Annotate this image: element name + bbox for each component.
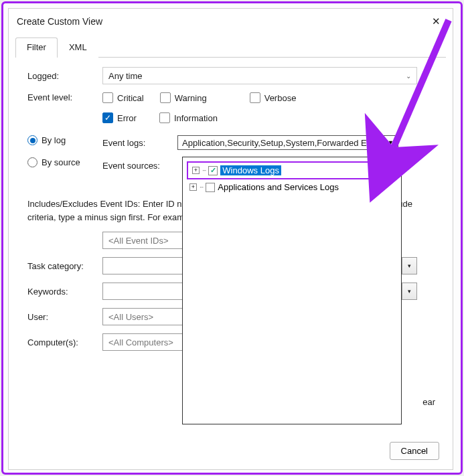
windows-logs-checkbox[interactable]: [208, 166, 218, 175]
cancel-button[interactable]: Cancel: [390, 442, 439, 460]
keywords-dropdown-button[interactable]: ▾: [402, 283, 417, 300]
tree-item-app-services[interactable]: Applications and Services Logs: [218, 182, 339, 192]
tab-xml[interactable]: XML: [58, 37, 98, 58]
event-logs-label: Event logs:: [102, 138, 177, 148]
tab-filter[interactable]: Filter: [15, 37, 58, 58]
by-source-radio[interactable]: By source: [27, 157, 102, 167]
caret-down-icon: ▼: [388, 139, 394, 146]
close-icon[interactable]: ✕: [428, 14, 445, 29]
verbose-checkbox[interactable]: Verbose: [250, 92, 297, 103]
event-sources-label: Event sources:: [102, 161, 177, 171]
chevron-down-icon: ⌄: [406, 72, 411, 80]
clear-button-partial[interactable]: ear: [422, 397, 435, 407]
computers-input[interactable]: <All Computers>: [102, 333, 189, 351]
user-input[interactable]: <All Users>: [102, 308, 183, 325]
error-checkbox[interactable]: ✓Error: [102, 112, 137, 123]
event-logs-dropdown[interactable]: Application,Security,Setup,System,Forwar…: [177, 135, 398, 150]
by-log-radio[interactable]: By log: [27, 135, 102, 145]
keywords-label: Keywords:: [27, 287, 102, 297]
critical-checkbox[interactable]: Critical: [102, 92, 144, 103]
event-ids-input[interactable]: <All Event IDs>: [102, 232, 183, 249]
computers-label: Computer(s):: [27, 337, 102, 347]
titlebar: Create Custom View ✕: [9, 9, 453, 33]
information-checkbox[interactable]: Information: [159, 112, 218, 123]
event-logs-value: Application,Security,Setup,System,Forwar…: [182, 138, 371, 148]
user-label: User:: [27, 312, 102, 322]
event-level-label: Event level:: [27, 92, 102, 102]
app-services-checkbox[interactable]: [206, 183, 215, 192]
window-title: Create Custom View: [17, 16, 102, 27]
expand-icon[interactable]: +: [189, 183, 197, 191]
task-category-label: Task category:: [27, 261, 102, 271]
event-logs-tree-popup: + ··· Windows Logs + ··· Applications an…: [182, 157, 402, 424]
logged-label: Logged:: [27, 71, 102, 81]
logged-value: Any time: [108, 71, 143, 81]
tabs: Filter XML: [15, 37, 446, 58]
logged-select[interactable]: Any time ⌄: [102, 67, 417, 84]
task-category-dropdown-button[interactable]: ▾: [402, 257, 417, 274]
expand-icon[interactable]: +: [192, 167, 200, 174]
warning-checkbox[interactable]: Warning: [160, 92, 207, 103]
tree-item-windows-logs[interactable]: Windows Logs: [220, 165, 281, 175]
